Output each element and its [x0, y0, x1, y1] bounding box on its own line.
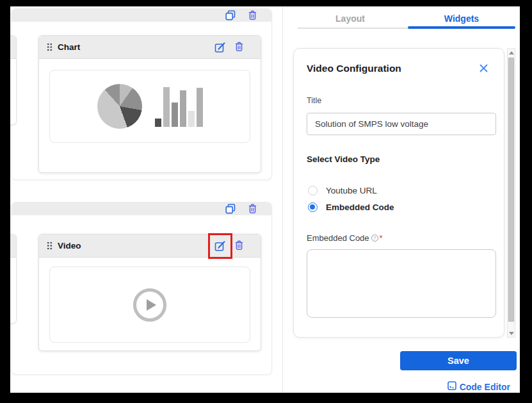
app-content: Chart Video [10, 6, 520, 393]
bar [197, 88, 203, 127]
clipped-widget-card [10, 234, 17, 324]
bar [180, 90, 186, 127]
radio-circle-icon[interactable] [308, 202, 318, 212]
drag-handle-icon[interactable] [47, 43, 52, 51]
edit-icon [214, 45, 226, 55]
chart-preview-box [49, 70, 250, 143]
panel-divider [282, 6, 283, 393]
pie-chart-placeholder [97, 84, 142, 129]
clipped-widget-card [10, 35, 17, 125]
play-icon [133, 288, 166, 322]
edit-widget-button[interactable] [214, 42, 226, 53]
video-preview-box [49, 267, 250, 343]
video-widget-header: Video [39, 234, 261, 258]
widget-title: Chart [58, 42, 80, 52]
bar [172, 103, 178, 127]
delete-widget-button[interactable] [233, 240, 245, 252]
radio-label[interactable]: Youtube URL [326, 186, 377, 195]
row-toolbar [12, 202, 271, 215]
chart-widget-header: Chart [39, 36, 261, 59]
title-field-label: Title [307, 96, 321, 105]
tab-underline-active [408, 26, 515, 29]
clipped-widget-header [10, 36, 16, 59]
video-widget-card: Video [38, 234, 261, 351]
save-button[interactable]: Save [400, 351, 517, 370]
video-configuration-panel: Video Configuration Title Select Video T… [293, 48, 504, 338]
play-triangle [147, 299, 156, 311]
trash-icon [248, 206, 257, 216]
video-widget-body [39, 258, 261, 350]
embedded-code-label: Embedded Code [307, 233, 369, 243]
panel-title: Video Configuration [307, 63, 401, 74]
embedded-code-label-row: Embedded Code ? * [307, 233, 383, 243]
clipped-widget-header [10, 234, 16, 258]
radio-youtube-url[interactable]: Youtube URL [308, 186, 377, 195]
video-type-label: Select Video Type [307, 154, 380, 164]
chart-widget-body [39, 59, 261, 172]
widget-title: Video [58, 241, 81, 251]
delete-widget-button[interactable] [233, 42, 245, 53]
copy-icon [225, 206, 236, 216]
bar [163, 87, 170, 127]
required-asterisk: * [380, 233, 383, 243]
copy-icon [225, 13, 236, 22]
scroll-down-icon[interactable] [508, 329, 515, 337]
tab-underline-inactive [298, 28, 408, 29]
drag-handle-icon[interactable] [47, 242, 52, 250]
trash-icon [234, 243, 244, 252]
edit-widget-button[interactable] [214, 240, 226, 252]
bar [155, 119, 161, 127]
delete-row-button[interactable] [247, 204, 257, 214]
delete-row-button[interactable] [247, 10, 257, 21]
radio-circle-icon[interactable] [308, 186, 318, 195]
close-icon[interactable] [478, 63, 488, 74]
code-editor-icon [447, 381, 456, 392]
trash-icon [234, 44, 244, 54]
radio-embedded-code[interactable]: Embedded Code [308, 202, 394, 212]
help-icon: ? [371, 234, 378, 242]
tab-layout[interactable]: Layout [293, 11, 408, 26]
code-editor-label: Code Editor [460, 382, 510, 392]
row-toolbar [12, 9, 271, 22]
bar-chart-placeholder [155, 86, 203, 127]
panel-scrollbar[interactable] [507, 48, 515, 338]
scrollbar-thumb[interactable] [508, 58, 514, 322]
chart-widget-card: Chart [38, 35, 261, 173]
bar [188, 111, 195, 127]
scroll-up-icon[interactable] [508, 49, 515, 56]
code-editor-link[interactable]: Code Editor [426, 381, 510, 392]
trash-icon [248, 13, 257, 22]
edit-icon [214, 244, 226, 254]
duplicate-row-button[interactable] [225, 10, 236, 21]
embedded-code-textarea[interactable] [307, 249, 496, 318]
radio-label[interactable]: Embedded Code [326, 202, 394, 212]
tab-widgets[interactable]: Widgets [408, 11, 515, 26]
title-input[interactable] [307, 113, 496, 135]
duplicate-row-button[interactable] [225, 204, 236, 214]
